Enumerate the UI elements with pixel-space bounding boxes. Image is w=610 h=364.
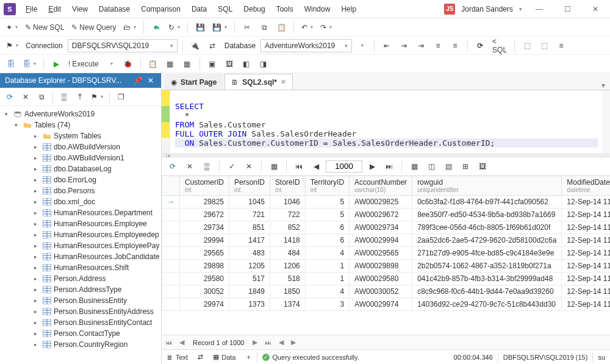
execute-dd[interactable] [104, 57, 118, 71]
refresh-tree-icon[interactable]: ⟳ [2, 90, 17, 104]
tree-table-item[interactable]: ▸HumanResources.Employee [0, 218, 161, 229]
grid-autofit-icon[interactable]: ▦ [267, 159, 281, 174]
new-sql-button[interactable]: ✎ New SQL [23, 20, 66, 35]
copy-button[interactable]: ⧉ [257, 20, 271, 35]
tree-table-item[interactable]: ▸dbo.AWBuildVersion [0, 141, 161, 152]
menu-file[interactable]: File [21, 2, 42, 16]
table-row[interactable]: 295654834844AW00029565271b27d9-e905-4fce… [162, 247, 611, 260]
save-all-button[interactable]: 💾 [210, 20, 229, 35]
tree-tables-folder[interactable]: ▾ Tables (74) [0, 120, 161, 130]
pager-next-icon[interactable]: ▶ [365, 159, 379, 174]
tree-table-item[interactable]: ▸dbo.AWBuildVersion1 [0, 152, 161, 163]
table-row[interactable]: 297348518526AW00029734789f3cee-056d-46cb… [162, 221, 611, 234]
explorer-close-icon[interactable]: ✕ [145, 76, 156, 85]
data-view-button[interactable]: ▦ Data [208, 350, 240, 365]
debug-button[interactable]: 🐞 [121, 57, 135, 71]
tree-options-icon[interactable]: ⚑ [88, 90, 106, 104]
open-dropdown[interactable]: 🗁 [121, 20, 138, 35]
tree-table-item[interactable]: ▸Person.BusinessEntityAddress [0, 306, 161, 317]
tree-table-item[interactable]: ▸Person.BusinessEntity [0, 295, 161, 306]
add-view-button[interactable]: ＋ [240, 350, 257, 365]
tree-table-item[interactable]: ▸dbo.xml_doc [0, 196, 161, 207]
format3-icon[interactable]: ≡ [554, 38, 569, 53]
column-header[interactable]: CustomerIDint [180, 176, 229, 196]
column-header[interactable]: StoreIDint [270, 176, 306, 196]
menu-view[interactable]: View [67, 2, 93, 16]
results-grid[interactable]: CustomerIDintPersonIDintStoreIDintTerrit… [162, 176, 610, 335]
tree-table-item[interactable]: ▸HumanResources.EmployeePay [0, 240, 161, 251]
tree-table-item[interactable]: ▸dbo.DatabaseLog [0, 163, 161, 174]
results-text-icon[interactable]: ▦ [180, 57, 195, 71]
grid-commit-icon[interactable]: ✓ [224, 159, 239, 174]
tree-system-tables[interactable]: ▸System Tables [0, 130, 161, 141]
grid-refresh-icon[interactable]: ⟳ [165, 159, 180, 174]
table-row[interactable]: 29994141714186AW000299942aa52dc6-2ae5-47… [162, 234, 611, 247]
tab-start-page[interactable]: ◉ Start Page [164, 74, 223, 90]
text-view-button[interactable]: 🗎 Text [162, 350, 193, 365]
table-row[interactable]: 30052184918504AW00030052c8c9c968-f0c6-44… [162, 285, 611, 298]
history-back-button[interactable]: ↶ [299, 20, 315, 35]
tree-table-item[interactable]: ▸HumanResources.Department [0, 207, 161, 218]
user-name[interactable]: Jordan Sanders [461, 5, 513, 13]
cut-button[interactable]: ✂ [240, 20, 254, 35]
outdent-icon[interactable]: ⇤ [379, 38, 394, 53]
pin-icon[interactable]: 📌 [131, 76, 145, 85]
tab-close-icon[interactable]: ✕ [281, 78, 286, 86]
sql-editor[interactable]: SELECT * FROM Sales.Customer FULL OUTER … [162, 90, 610, 154]
pane3-icon[interactable]: ◧ [239, 57, 254, 71]
menu-debug[interactable]: Debug [239, 2, 270, 16]
tab-sql-file[interactable]: 🗎 SQL2.sql* ✕ [224, 74, 293, 90]
tabs-overflow-icon[interactable]: ▾ [597, 81, 610, 90]
pager-prev-icon[interactable]: ◀ [309, 159, 323, 174]
layout4-icon[interactable]: ⊞ [458, 159, 473, 174]
table-row[interactable]: 29898120512061AW000298982b2b0574-1062-48… [162, 260, 611, 273]
swap-view-button[interactable]: ⇄ [193, 350, 208, 365]
menu-edit[interactable]: Edit [43, 2, 66, 16]
db-objects2-icon[interactable]: 🗄 [21, 57, 38, 71]
window-icon[interactable]: ❐ [113, 90, 128, 104]
minimize-button[interactable]: — [528, 2, 550, 16]
column-header[interactable]: ModifiedDatedatetime [562, 176, 610, 196]
sql-icon[interactable]: <SQL [490, 38, 509, 53]
copy-tree-icon[interactable]: ⧉ [34, 90, 49, 104]
layout2-icon[interactable]: ◫ [424, 159, 439, 174]
rec-last-icon[interactable]: ⏭ [261, 339, 275, 346]
layout1-icon[interactable]: ▦ [407, 159, 422, 174]
tree-db-root[interactable]: ▾ AdventureWorks2019 [0, 109, 161, 120]
format2-icon[interactable]: ⬚ [537, 38, 551, 53]
tree-table-item[interactable]: ▸Person.BusinessEntityContact [0, 317, 161, 328]
grid-filter-icon[interactable]: ▒ [199, 159, 214, 174]
filter-icon[interactable]: ▒ [57, 90, 71, 104]
menu-data[interactable]: Data [187, 2, 212, 16]
tree-table-item[interactable]: ▸dbo.ErrorLog [0, 174, 161, 185]
pager-first-icon[interactable]: ⏮ [292, 159, 306, 174]
maximize-button[interactable]: ☐ [556, 2, 578, 16]
minimap[interactable] [603, 90, 610, 154]
comment-icon[interactable]: ≡ [431, 38, 445, 53]
history-fwd-button[interactable]: ↷ [318, 20, 334, 35]
layout5-icon[interactable]: 🖼 [475, 159, 490, 174]
menu-comparison[interactable]: Comparison [136, 2, 185, 16]
pager-size-input[interactable] [326, 160, 362, 173]
layout3-icon[interactable]: ▤ [441, 159, 456, 174]
tree-table-item[interactable]: ▸Person.CountryRegion [0, 339, 161, 350]
conn-plug-icon[interactable]: 🔌 [188, 38, 203, 53]
column-header[interactable]: TerritoryIDint [305, 176, 349, 196]
connection-icon[interactable]: ⚑ [4, 38, 21, 53]
uncomment-icon[interactable]: ≡ [448, 38, 462, 53]
grid-cancel-icon[interactable]: ✕ [182, 159, 197, 174]
new-query-button[interactable]: ✎ New Query [69, 20, 118, 35]
column-header[interactable]: AccountNumbervarchar(10) [350, 176, 412, 196]
run-button[interactable]: ▶ [49, 57, 63, 71]
column-header[interactable]: rowguiduniqueidentifier [412, 176, 562, 196]
paste-button[interactable]: 📋 [274, 20, 289, 35]
connection-combo[interactable]: DBFSQLSRV\SQL2019 [68, 39, 178, 52]
pager-last-icon[interactable]: ⏭ [382, 159, 396, 174]
indent2-icon[interactable]: ⇥ [414, 38, 428, 53]
menu-tools[interactable]: Tools [271, 2, 298, 16]
column-header[interactable]: PersonIDint [229, 176, 270, 196]
save-button[interactable]: 💾 [193, 20, 207, 35]
db-objects-icon[interactable]: 🗄 [4, 57, 18, 71]
undo-button[interactable] [149, 20, 163, 35]
rec-next-icon[interactable]: ▶ [249, 338, 261, 346]
